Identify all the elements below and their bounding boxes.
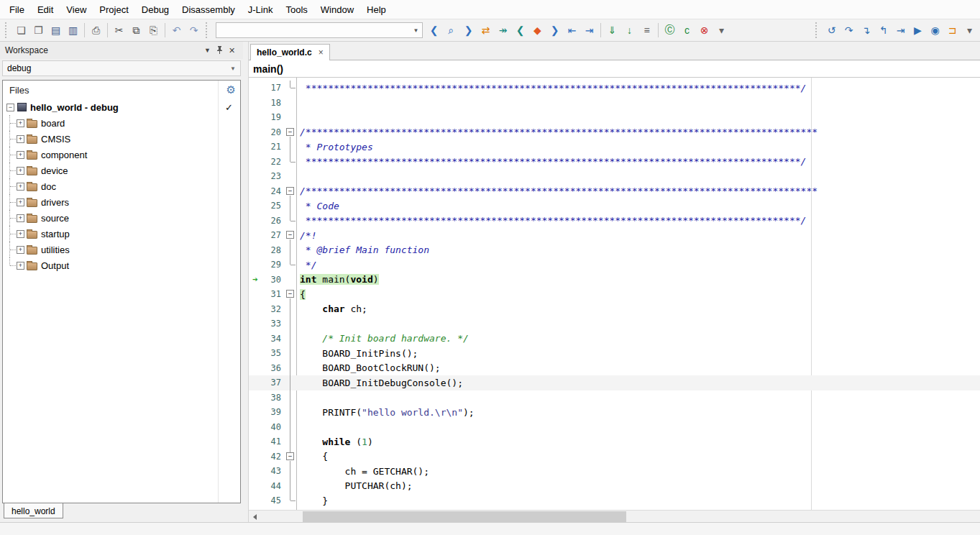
- tree-expand-toggle[interactable]: +: [17, 183, 24, 191]
- code-line-19[interactable]: 19: [249, 110, 980, 125]
- code-line-39[interactable]: 39 PRINTF("hello world.\r\n");: [249, 405, 980, 420]
- fold-toggle[interactable]: −: [286, 128, 294, 136]
- break-button[interactable]: ◉: [927, 22, 943, 39]
- tree-item-component[interactable]: +component: [3, 147, 240, 163]
- open-file-button[interactable]: ❐: [30, 22, 47, 39]
- menu-project[interactable]: Project: [93, 1, 134, 18]
- code-line-30[interactable]: ➔30int main(void): [249, 273, 980, 288]
- redo-button[interactable]: ↷: [186, 22, 202, 39]
- tree-expand-toggle[interactable]: +: [17, 246, 24, 254]
- show-disassembly-button[interactable]: ≡: [638, 22, 655, 39]
- go-to-button[interactable]: ↠: [495, 22, 511, 39]
- workspace-config-dropdown[interactable]: debug ▼: [2, 60, 241, 76]
- code-line-27[interactable]: 27−/*!: [249, 228, 980, 243]
- horizontal-scrollbar[interactable]: [249, 510, 980, 522]
- code-line-28[interactable]: 28 * @brief Main function: [249, 243, 980, 258]
- code-line-29[interactable]: 29 */: [249, 257, 980, 273]
- tree-expand-toggle[interactable]: −: [6, 104, 14, 111]
- save-button[interactable]: ▤: [47, 22, 64, 39]
- search-button[interactable]: ⌕: [443, 22, 459, 39]
- code-line-20[interactable]: 20−/************************************…: [249, 125, 980, 140]
- function-selector-bar[interactable]: main(): [249, 60, 980, 78]
- code-editor[interactable]: 17 *************************************…: [249, 78, 980, 510]
- toolbar-options-button[interactable]: ▾: [713, 22, 730, 39]
- debug-toolbar-options-button[interactable]: ▾: [961, 22, 978, 39]
- navigate-forward-button[interactable]: ❯: [546, 22, 563, 39]
- menu-help[interactable]: Help: [360, 1, 393, 18]
- code-line-37[interactable]: 37 BOARD_InitDebugConsole();: [249, 375, 980, 390]
- print-button[interactable]: ⎙: [88, 22, 104, 39]
- code-line-44[interactable]: 44 PUTCHAR(ch);: [249, 479, 980, 494]
- horizontal-scrollbar-thumb[interactable]: [303, 511, 626, 522]
- next-bookmark-button[interactable]: ⇥: [581, 22, 597, 39]
- compile-button[interactable]: c: [679, 22, 695, 39]
- tree-item-utilities[interactable]: +utilities: [3, 242, 240, 257]
- tree-item-source[interactable]: +source: [3, 210, 240, 226]
- menu-view[interactable]: View: [60, 1, 93, 18]
- panel-splitter[interactable]: [243, 42, 248, 522]
- editor-tab-hello-world-c[interactable]: hello_world.c ×: [250, 44, 330, 60]
- step-into-button[interactable]: ↴: [858, 22, 874, 39]
- fold-toggle[interactable]: −: [286, 231, 294, 239]
- pin-icon[interactable]: [214, 46, 226, 55]
- tree-expand-toggle[interactable]: +: [17, 151, 24, 159]
- menu-j-link[interactable]: J-Link: [242, 1, 280, 18]
- menu-window[interactable]: Window: [314, 1, 360, 18]
- tree-expand-toggle[interactable]: +: [17, 135, 24, 143]
- tree-expand-toggle[interactable]: +: [17, 119, 24, 127]
- tree-item-drivers[interactable]: +drivers: [3, 194, 240, 210]
- menu-tools[interactable]: Tools: [279, 1, 313, 18]
- search-combo-input[interactable]: [216, 24, 410, 37]
- tree-expand-toggle[interactable]: +: [17, 262, 24, 270]
- search-previous-button[interactable]: ❮: [426, 22, 442, 39]
- reset-button[interactable]: ↺: [823, 22, 840, 39]
- save-all-button[interactable]: ▥: [65, 22, 81, 39]
- undo-button[interactable]: ↶: [168, 22, 185, 39]
- code-line-36[interactable]: 36 BOARD_BootClockRUN();: [249, 361, 980, 376]
- settings-gear-icon[interactable]: ⚙: [226, 83, 236, 96]
- tree-expand-toggle[interactable]: +: [17, 214, 24, 222]
- tab-close-icon[interactable]: ×: [319, 47, 324, 58]
- code-line-31[interactable]: 31−{: [249, 287, 980, 302]
- scroll-left-button[interactable]: [249, 511, 261, 523]
- combo-dropdown-button[interactable]: ▼: [410, 23, 422, 37]
- toggle-breakpoint-button[interactable]: ◆: [529, 22, 546, 39]
- tree-expand-toggle[interactable]: +: [17, 230, 24, 238]
- debug-without-downloading-button[interactable]: ↓: [621, 22, 638, 39]
- step-out-button[interactable]: ↰: [875, 22, 892, 39]
- code-line-22[interactable]: 22 *************************************…: [249, 155, 980, 170]
- fold-toggle[interactable]: −: [286, 452, 294, 460]
- step-over-button[interactable]: ↷: [841, 22, 857, 39]
- tree-expand-toggle[interactable]: +: [17, 167, 24, 175]
- code-line-35[interactable]: 35 BOARD_InitPins();: [249, 346, 980, 361]
- new-document-button[interactable]: ❏: [13, 22, 29, 39]
- menu-edit[interactable]: Edit: [31, 1, 60, 18]
- search-next-button[interactable]: ❯: [460, 22, 477, 39]
- quick-search-combo[interactable]: ▼: [216, 22, 423, 38]
- tree-item-startup[interactable]: +startup: [3, 226, 240, 242]
- menu-disassembly[interactable]: Disassembly: [175, 1, 242, 18]
- code-line-17[interactable]: 17 *************************************…: [249, 81, 980, 96]
- fold-toggle[interactable]: −: [286, 187, 294, 195]
- cut-button[interactable]: ✂: [111, 22, 127, 39]
- menu-debug[interactable]: Debug: [135, 1, 175, 18]
- tree-item-output[interactable]: +Output: [3, 257, 240, 273]
- tree-item-project[interactable]: −hello_world - debug✓: [3, 99, 240, 115]
- close-icon[interactable]: ✕: [226, 46, 238, 55]
- paste-button[interactable]: ⎘: [145, 22, 162, 39]
- code-line-23[interactable]: 23: [249, 169, 980, 184]
- code-line-18[interactable]: 18: [249, 96, 980, 111]
- code-line-40[interactable]: 40: [249, 420, 980, 435]
- stop-debugging-button[interactable]: ⊐: [944, 22, 961, 39]
- go-button[interactable]: ▶: [910, 22, 926, 39]
- next-statement-button[interactable]: ⇥: [892, 22, 909, 39]
- code-line-43[interactable]: 43 ch = GETCHAR();: [249, 464, 980, 479]
- menu-file[interactable]: File: [3, 1, 31, 18]
- tree-item-board[interactable]: +board: [3, 115, 240, 131]
- previous-bookmark-button[interactable]: ⇤: [564, 22, 580, 39]
- workspace-tab-hello-world[interactable]: hello_world: [4, 503, 63, 518]
- code-line-41[interactable]: 41 while (1): [249, 434, 980, 449]
- tree-item-cmsis[interactable]: +CMSIS: [3, 131, 240, 147]
- code-line-24[interactable]: 24−/************************************…: [249, 184, 980, 199]
- workspace-menu-icon[interactable]: ▼: [201, 47, 214, 54]
